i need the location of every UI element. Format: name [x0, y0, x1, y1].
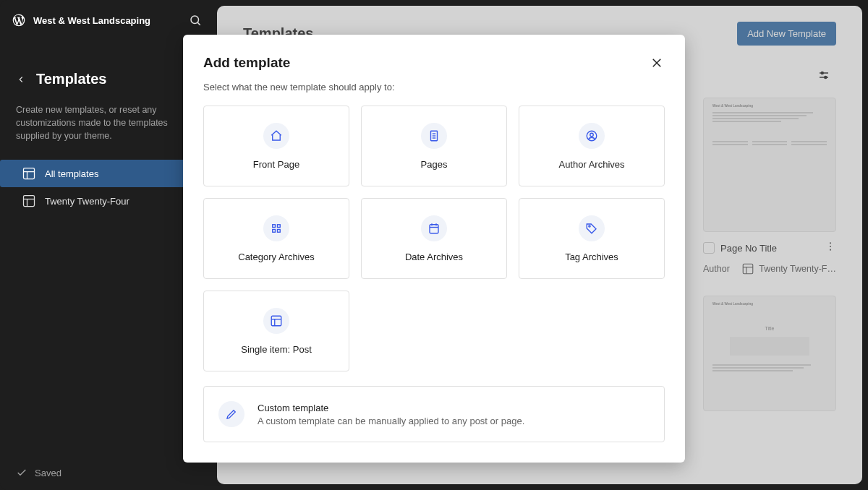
template-option-tag-archives[interactable]: Tag Archives [519, 198, 665, 279]
template-option-label: Category Archives [238, 252, 315, 262]
svg-point-34 [589, 225, 590, 226]
svg-point-25 [590, 133, 594, 137]
template-option-label: Pages [421, 159, 448, 170]
modal-header: Add template [203, 55, 665, 73]
template-option-front-page[interactable]: Front Page [203, 106, 349, 186]
user-icon [579, 123, 605, 149]
close-button[interactable] [649, 55, 665, 73]
calendar-icon [421, 215, 447, 241]
custom-template-text: Custom template A custom template can be… [258, 403, 524, 426]
pencil-icon [218, 401, 244, 427]
template-option-pages[interactable]: Pages [361, 106, 507, 186]
svg-rect-30 [430, 224, 438, 233]
template-option-label: Front Page [253, 159, 299, 170]
layout-icon [263, 308, 289, 334]
modal-subtitle: Select what the new template should appl… [203, 82, 665, 93]
svg-rect-28 [273, 229, 276, 232]
svg-rect-35 [271, 316, 281, 326]
home-icon [263, 123, 289, 149]
template-options-grid: Front Page Pages Author Archives Categor… [203, 106, 665, 371]
template-option-author-archives[interactable]: Author Archives [519, 106, 665, 186]
template-option-label: Date Archives [405, 252, 463, 262]
template-option-single-post[interactable]: Single item: Post [203, 291, 349, 371]
svg-rect-27 [278, 224, 281, 227]
close-icon [650, 56, 663, 69]
page-icon [421, 123, 447, 149]
custom-template-desc: A custom template can be manually applie… [258, 416, 524, 426]
custom-template-title: Custom template [258, 403, 524, 413]
tag-icon [579, 215, 605, 241]
template-option-label: Author Archives [558, 159, 624, 170]
custom-template-option[interactable]: Custom template A custom template can be… [203, 386, 665, 442]
template-option-category-archives[interactable]: Category Archives [203, 198, 349, 279]
svg-rect-26 [273, 224, 276, 227]
svg-rect-29 [278, 229, 281, 232]
modal-title: Add template [203, 55, 290, 71]
template-option-date-archives[interactable]: Date Archives [361, 198, 507, 279]
modal-layer: Add template Select what the new templat… [0, 0, 868, 490]
template-option-label: Tag Archives [565, 252, 618, 262]
grid-icon [263, 215, 289, 241]
add-template-modal: Add template Select what the new templat… [183, 35, 685, 463]
template-option-label: Single item: Post [241, 344, 312, 355]
